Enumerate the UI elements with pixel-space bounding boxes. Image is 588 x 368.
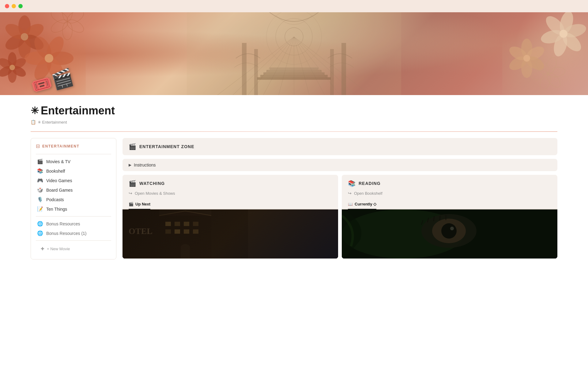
svg-rect-73 [165, 222, 171, 226]
svg-point-57 [560, 30, 567, 38]
watching-card-icon: 🎬 [129, 180, 136, 187]
reading-card-image [342, 209, 557, 259]
reading-card-icon: 📚 [348, 180, 356, 187]
traffic-light-red[interactable] [5, 4, 9, 8]
svg-rect-16 [266, 70, 322, 72]
page-title: ✳ Entertainment [31, 104, 557, 117]
svg-rect-21 [254, 49, 258, 95]
movies-tv-icon: 🎬 [37, 159, 43, 164]
svg-rect-83 [123, 209, 338, 259]
svg-rect-80 [193, 229, 198, 234]
watching-card-title: WATCHING [139, 181, 165, 186]
sidebar-item-podcasts[interactable]: 🎙️ Podcasts [36, 195, 111, 204]
instructions-row[interactable]: ▶ Instructions [123, 159, 557, 171]
traffic-light-yellow[interactable] [12, 4, 16, 8]
watching-tab-icon: 🎬 [129, 202, 134, 206]
svg-text:OTEL: OTEL [129, 226, 153, 236]
zone-header: 🎬 ENTERTAINMENT ZONE [123, 138, 557, 155]
sidebar-top-divider [36, 154, 111, 154]
zone-header-icon: 🎬 [129, 143, 136, 150]
sidebar-item-bonus-resources-1-label: Bonus Resources (1) [46, 231, 87, 236]
watching-tab-up-next[interactable]: 🎬 Up Next [129, 199, 150, 209]
breadcrumb-text: ✳ Entertainment [38, 120, 67, 125]
sidebar-item-bookshelf[interactable]: 📚 Bookshelf [36, 166, 111, 176]
page-content: ✳ Entertainment 📋 ✳ Entertainment ⊟ ENTE… [0, 95, 588, 259]
svg-point-45 [62, 12, 72, 21]
podcasts-icon: 🎙️ [37, 197, 43, 202]
sidebar-item-bonus-resources[interactable]: 🌐 Bonus Resources [36, 219, 111, 228]
reading-tab-currently[interactable]: 📖 Currently ◇ [348, 199, 376, 209]
svg-rect-78 [175, 229, 180, 234]
sidebar-item-bonus-resources-1[interactable]: 🌐 Bonus Resources (1) [36, 228, 111, 238]
watching-tab-label: Up Next [135, 202, 150, 206]
svg-rect-74 [175, 222, 180, 226]
title-text: Entertainment [41, 104, 115, 117]
watching-link-arrow-icon: ↪ [129, 191, 132, 196]
svg-point-37 [45, 54, 53, 63]
instructions-text: Instructions [134, 163, 156, 167]
svg-point-68 [538, 72, 552, 91]
bonus-resources-1-icon: 🌐 [37, 230, 43, 236]
bookshelf-icon: 📚 [37, 168, 43, 174]
svg-rect-17 [263, 72, 325, 75]
page-divider [31, 131, 557, 132]
watching-open-link[interactable]: ↪ Open Movies & Shows [123, 191, 338, 199]
svg-rect-72 [159, 216, 211, 259]
breadcrumb: 📋 ✳ Entertainment [31, 120, 557, 125]
hero-banner: 🎟️🎬 [0, 12, 588, 95]
watching-card-header: 🎬 WATCHING [123, 175, 338, 191]
zone-header-title: ENTERTAINMENT ZONE [139, 144, 194, 149]
sidebar-item-podcasts-label: Podcasts [46, 197, 64, 202]
instructions-arrow-icon: ▶ [129, 163, 131, 167]
watching-card: 🎬 WATCHING ↪ Open Movies & Shows 🎬 Up Ne… [123, 175, 338, 259]
sidebar-title: ENTERTAINMENT [42, 144, 79, 148]
sidebar-header-icon: ⊟ [36, 143, 40, 149]
traffic-light-green[interactable] [18, 4, 23, 8]
new-movie-button[interactable]: ✚ + New Movie [36, 243, 111, 254]
watching-card-image: OTEL [123, 209, 338, 259]
bonus-resources-icon: 🌐 [37, 221, 43, 227]
svg-point-44 [9, 65, 15, 70]
title-bar [0, 0, 588, 12]
svg-rect-20 [242, 43, 247, 95]
svg-rect-96 [342, 209, 557, 259]
main-layout: ⊟ ENTERTAINMENT 🎬 Movies & TV 📚 Bookshel… [31, 138, 557, 259]
svg-point-30 [21, 33, 28, 40]
svg-rect-15 [270, 67, 318, 70]
reading-card: 📚 READING ↪ Open Bookshelf 📖 Currently ◇ [342, 175, 557, 259]
sidebar-header: ⊟ ENTERTAINMENT [36, 143, 111, 149]
sidebar-item-movies-tv-label: Movies & TV [46, 159, 70, 164]
reading-tab-row: 📖 Currently ◇ [342, 199, 557, 209]
sidebar-item-bookshelf-label: Bookshelf [46, 169, 65, 174]
reading-open-link[interactable]: ↪ Open Bookshelf [342, 191, 557, 199]
board-games-icon: 🎲 [37, 187, 43, 193]
sidebar-item-board-games[interactable]: 🎲 Board Games [36, 185, 111, 195]
svg-rect-77 [165, 229, 171, 234]
svg-point-64 [523, 55, 530, 62]
watching-link-text: Open Movies & Shows [135, 191, 175, 196]
breadcrumb-icon: 📋 [31, 120, 36, 125]
svg-point-49 [49, 17, 70, 35]
svg-rect-23 [330, 49, 334, 95]
svg-rect-82 [211, 209, 248, 259]
sidebar-item-movies-tv[interactable]: 🎬 Movies & TV [36, 157, 111, 166]
svg-rect-75 [184, 222, 189, 226]
sidebar: ⊟ ENTERTAINMENT 🎬 Movies & TV 📚 Bookshel… [31, 138, 116, 259]
svg-rect-18 [260, 75, 328, 77]
reading-link-text: Open Bookshelf [354, 191, 383, 196]
svg-rect-71 [123, 209, 338, 259]
reading-link-arrow-icon: ↪ [348, 191, 352, 196]
svg-rect-79 [184, 229, 189, 234]
sidebar-item-ten-things-label: Ten Things [46, 207, 67, 212]
sidebar-section-divider [36, 216, 111, 217]
reading-card-header: 📚 READING [342, 175, 557, 191]
sidebar-item-bonus-resources-label: Bonus Resources [46, 221, 80, 226]
reading-card-title: READING [359, 181, 381, 186]
sidebar-item-ten-things[interactable]: 📝 Ten Things [36, 204, 111, 214]
svg-point-46 [65, 12, 86, 26]
svg-rect-19 [257, 77, 331, 80]
svg-rect-76 [193, 222, 198, 226]
new-movie-label: + New Movie [47, 247, 70, 251]
hero-theatre-illustration [187, 12, 401, 95]
sidebar-item-video-games[interactable]: 🎮 Video Games [36, 176, 111, 185]
